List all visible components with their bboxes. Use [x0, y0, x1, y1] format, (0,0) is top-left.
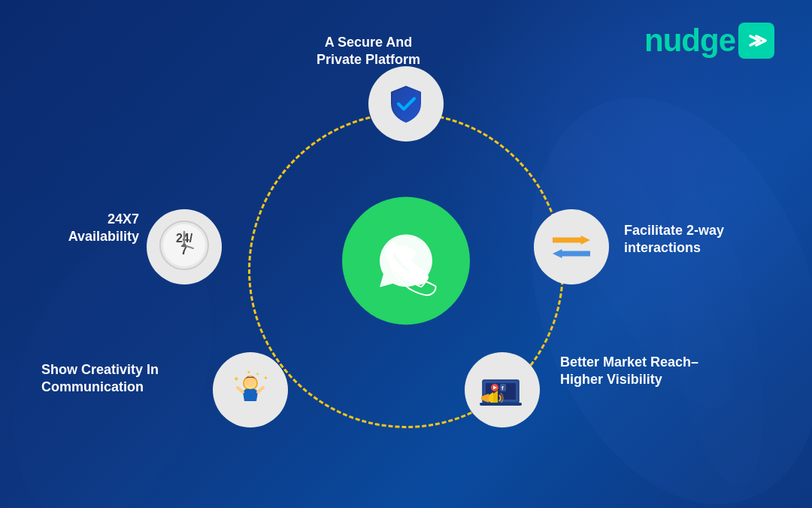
- label-availability-line2: Availability: [68, 229, 139, 244]
- label-creativity-line1: Show Creativity In: [41, 362, 159, 377]
- brand-name: nudge: [644, 23, 735, 59]
- arrows-icon: [553, 236, 590, 258]
- availability-icon: 24/ 7: [157, 218, 211, 275]
- svg-rect-10: [480, 403, 522, 406]
- whatsapp-center-icon: [342, 196, 470, 324]
- label-availability: 24X7 Availability: [41, 211, 139, 246]
- label-twoway: Facilitate 2-way interactions: [624, 222, 774, 257]
- svg-text:✦: ✦: [233, 375, 239, 383]
- node-secure: [368, 66, 444, 141]
- label-marketing-line1: Better Market Reach–: [560, 354, 698, 370]
- svg-text:✦: ✦: [247, 370, 251, 375]
- logo-arrow-icon: [738, 23, 774, 59]
- label-marketing: Better Market Reach– Higher Visibility: [560, 354, 726, 389]
- label-availability-line1: 24X7: [108, 211, 139, 227]
- label-twoway-line1: Facilitate 2-way: [624, 223, 724, 238]
- node-creativity: ✦ ✦ ✦ ✦: [213, 352, 288, 427]
- svg-text:f: f: [501, 385, 504, 391]
- label-secure-line2: Private Platform: [317, 52, 420, 67]
- label-secure-line1: A Secure And: [325, 35, 413, 50]
- label-marketing-line2: Higher Visibility: [560, 372, 662, 387]
- label-twoway-line2: interactions: [624, 240, 701, 255]
- svg-text:✦: ✦: [256, 372, 259, 376]
- svg-point-24: [183, 244, 186, 248]
- label-secure: A Secure And Private Platform: [293, 34, 444, 69]
- logo: nudge: [644, 23, 774, 59]
- label-creativity: Show Creativity In Communication: [41, 361, 207, 397]
- node-marketing: f: [465, 352, 540, 427]
- arrow-right-icon: [553, 236, 590, 245]
- node-availability: 24/ 7: [147, 209, 222, 284]
- svg-text:✦: ✦: [263, 375, 268, 382]
- label-creativity-line2: Communication: [41, 379, 144, 394]
- main-container: nudge: [0, 0, 812, 508]
- node-twoway: [534, 209, 609, 284]
- arrow-left-icon: [553, 249, 590, 258]
